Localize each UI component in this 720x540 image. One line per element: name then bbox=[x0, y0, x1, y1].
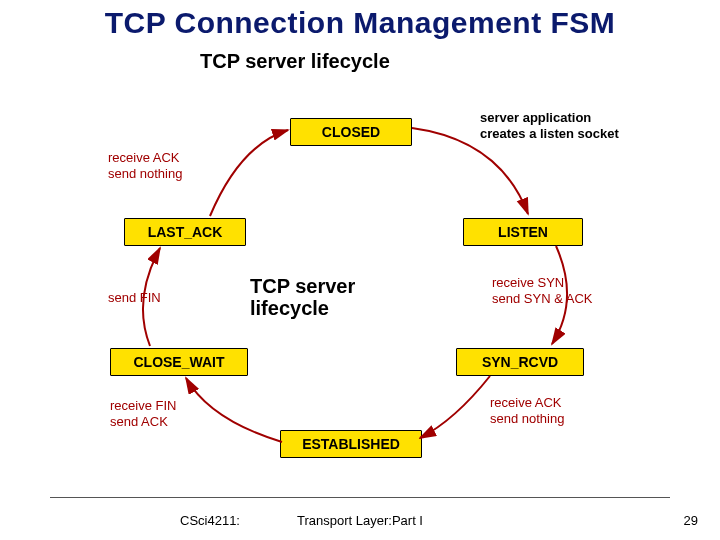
footer-page: 29 bbox=[684, 513, 698, 528]
footer-center: Transport Layer:Part I bbox=[0, 513, 720, 528]
footer-rule bbox=[50, 497, 670, 498]
fsm-arrows bbox=[0, 0, 720, 540]
